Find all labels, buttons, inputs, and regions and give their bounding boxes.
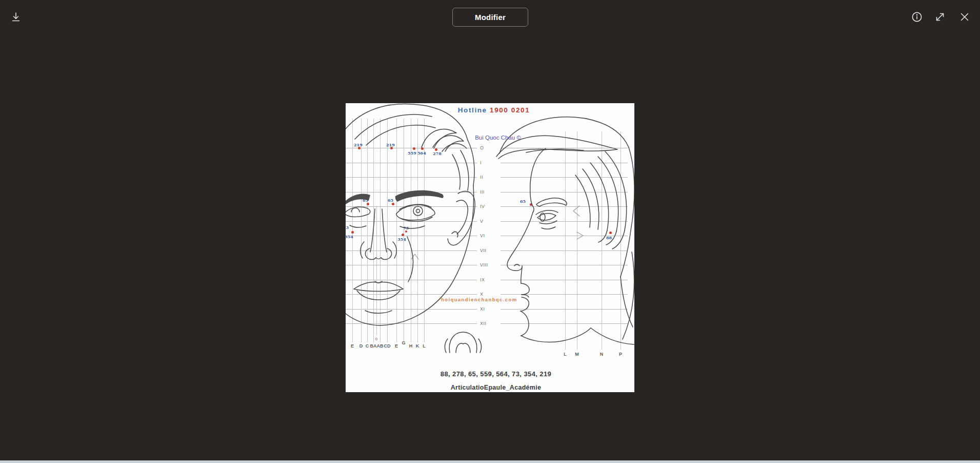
fullscreen-icon[interactable] xyxy=(930,7,950,27)
download-icon[interactable] xyxy=(6,7,26,27)
hotline-number: 1900 0201 xyxy=(490,106,530,114)
author-credit: Bui Quoc Chau © xyxy=(362,134,634,141)
face-diagram-art xyxy=(346,103,634,392)
caption-diagram-name: ArticulatioEpaule_Académie xyxy=(357,384,634,391)
close-icon[interactable] xyxy=(954,7,975,27)
photo-image[interactable]: OIIIIIIIVVVIVIIVIIIIXXXIXIIEDCBAABCDEGHK… xyxy=(346,103,634,392)
caption-point-numbers: 88, 278, 65, 559, 564, 73, 354, 219 xyxy=(357,370,634,378)
edit-button[interactable]: Modifier xyxy=(452,8,528,27)
photo-viewer-window: Modifier OIIIIIIIVVVIVIIVIIIIXXXIXIIEDCB… xyxy=(0,0,980,463)
photo-title: Hotline 1900 0201 xyxy=(353,106,634,114)
hotline-label: Hotline xyxy=(458,106,487,114)
eyebrow-shapes xyxy=(346,190,444,204)
info-icon[interactable] xyxy=(907,7,927,27)
bottom-window-edge xyxy=(0,460,980,463)
watermark: hoiquandienchanbqc.com xyxy=(441,297,517,302)
